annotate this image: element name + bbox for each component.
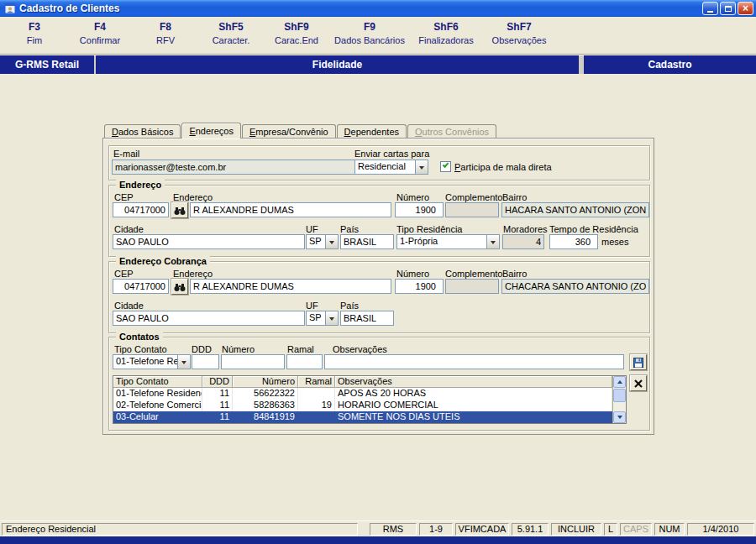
state-label: UF (306, 224, 318, 234)
delete-x-icon (633, 379, 643, 389)
chevron-down-icon[interactable] (325, 235, 338, 248)
billing-complement-field[interactable] (445, 279, 499, 294)
contacts-group-title: Contatos (116, 331, 163, 343)
billing-cep-search-button[interactable] (171, 279, 188, 295)
country-label: País (340, 224, 359, 234)
header-app-name: G-RMS Retail (0, 55, 94, 74)
city-label: Cidade (114, 224, 144, 234)
column-header[interactable]: Ramal (298, 376, 335, 388)
contact-type-combo[interactable]: 01-Telefone Reside (113, 354, 191, 369)
billing-city-field[interactable] (113, 311, 305, 326)
complement-label: Complemento (445, 192, 502, 202)
fkey-f4[interactable]: F4Confirmar (67, 21, 133, 45)
fkey-f3[interactable]: F3Fim (2, 21, 67, 45)
status-panel-range: 1-9 (419, 523, 453, 536)
contact-number-label: Número (222, 344, 255, 354)
enderecos-tab-panel: E-mail Enviar cartas para Residencial Pa… (102, 138, 654, 435)
cep-search-button[interactable] (171, 202, 188, 218)
contact-row[interactable]: 02-Telefone Comercial 11 58286363 19 HOR… (113, 400, 612, 411)
status-panel-caps: CAPS (620, 523, 652, 536)
residents-field[interactable] (502, 234, 544, 249)
billing-district-field[interactable] (501, 279, 649, 294)
maximize-button[interactable] (720, 2, 736, 15)
residence-time-field[interactable] (549, 234, 598, 249)
billing-state-combo[interactable]: SP (306, 311, 339, 326)
chevron-down-icon[interactable] (486, 235, 499, 248)
column-header[interactable]: Número (233, 376, 298, 388)
billing-city-label: Cidade (114, 301, 144, 311)
main-content: Dados Básicos Endereços Empresa/Convênio… (0, 74, 756, 520)
billing-country-field[interactable] (340, 311, 394, 326)
district-label: Bairro (502, 192, 527, 202)
district-field[interactable] (501, 202, 649, 217)
fkey-shf6[interactable]: ShF6Finalizadoras (410, 21, 482, 45)
billing-country-label: País (340, 301, 359, 311)
app-icon (4, 3, 16, 14)
column-header[interactable]: Observações (335, 376, 612, 388)
contact-row[interactable]: 01-Telefone Residencia 11 56622322 APOS … (113, 388, 612, 400)
billing-state-label: UF (306, 301, 318, 311)
billing-cep-field[interactable] (113, 279, 169, 294)
mala-direta-checkbox[interactable] (440, 161, 451, 172)
email-field[interactable] (112, 160, 355, 175)
billing-street-label: Endereço (173, 269, 213, 279)
billing-number-field[interactable] (395, 279, 444, 294)
header-band: G-RMS Retail Fidelidade Cadastro (0, 55, 756, 74)
column-header[interactable]: Tipo Contato (113, 376, 202, 388)
status-panel-rms: RMS (370, 523, 417, 536)
fkey-f9[interactable]: F9Dados Bancários (329, 21, 410, 45)
cep-field[interactable] (113, 202, 169, 217)
billing-complement-label: Complemento (445, 269, 502, 279)
email-section: E-mail Enviar cartas para Residencial Pa… (108, 145, 650, 180)
chevron-down-icon[interactable] (325, 311, 338, 325)
scrollbar-thumb[interactable] (613, 389, 626, 402)
contact-extension-label: Ramal (287, 344, 314, 354)
scroll-down-icon[interactable] (613, 411, 626, 423)
header-module-title: Fidelidade (96, 55, 579, 74)
billing-address-group: Endereço Cobrança CEP Endereço Número Co… (108, 261, 650, 333)
contact-extension-field[interactable] (286, 354, 323, 369)
country-field[interactable] (340, 234, 394, 249)
number-label: Número (396, 192, 429, 202)
contact-number-field[interactable] (221, 354, 285, 369)
tab-dados-basicos[interactable]: Dados Básicos (104, 124, 181, 139)
fkey-f8[interactable]: F8RFV (133, 21, 198, 45)
tab-enderecos[interactable]: Endereços (181, 123, 241, 139)
address-group-title: Endereço (116, 179, 165, 191)
fkey-shf9[interactable]: ShF9Carac.End (264, 21, 329, 45)
billing-address-group-title: Endereço Cobrança (116, 255, 210, 267)
fkey-shf7[interactable]: ShF7Observações (482, 21, 556, 45)
scroll-up-icon[interactable] (613, 376, 626, 388)
fkey-shf5[interactable]: ShF5Caracter. (198, 21, 264, 45)
number-field[interactable] (395, 202, 444, 217)
tab-empresa-convenio[interactable]: Empresa/Convênio (242, 124, 336, 139)
contact-row-selected[interactable]: 03-Celular 11 84841919 SOMENTE NOS DIAS … (113, 411, 612, 423)
complement-field[interactable] (445, 202, 499, 217)
grid-scrollbar[interactable] (612, 376, 626, 423)
chevron-down-icon[interactable] (177, 355, 190, 369)
contact-notes-label: Observações (333, 344, 387, 354)
binoculars-icon (174, 282, 186, 292)
contact-ddd-label: DDD (192, 344, 212, 354)
status-bar: Endereço Residencial RMS 1-9 VFIMCADA 5.… (0, 520, 756, 536)
tab-dependentes[interactable]: Dependentes (337, 124, 407, 139)
titlebar: Cadastro de Clientes × (0, 0, 756, 17)
header-section-title: Cadastro (584, 55, 756, 74)
close-button[interactable]: × (738, 2, 753, 15)
street-field[interactable] (190, 202, 391, 217)
chevron-down-icon[interactable] (415, 160, 428, 174)
contact-notes-field[interactable] (324, 354, 624, 369)
status-panel-mode: INCLUIR (551, 523, 601, 536)
contact-ddd-field[interactable] (192, 354, 219, 369)
delete-contact-button[interactable] (630, 375, 647, 391)
minimize-button[interactable] (702, 2, 718, 15)
save-contact-button[interactable] (630, 354, 647, 370)
send-letters-combo[interactable]: Residencial (354, 160, 428, 175)
column-header[interactable]: DDD (202, 376, 233, 388)
state-combo[interactable]: SP (306, 234, 339, 249)
contacts-grid-header: Tipo Contato DDD Número Ramal Observaçõe… (113, 376, 612, 388)
billing-street-field[interactable] (190, 279, 391, 294)
street-label: Endereço (173, 192, 213, 202)
city-field[interactable] (113, 234, 305, 249)
residence-type-combo[interactable]: 1-Própria (396, 234, 500, 249)
